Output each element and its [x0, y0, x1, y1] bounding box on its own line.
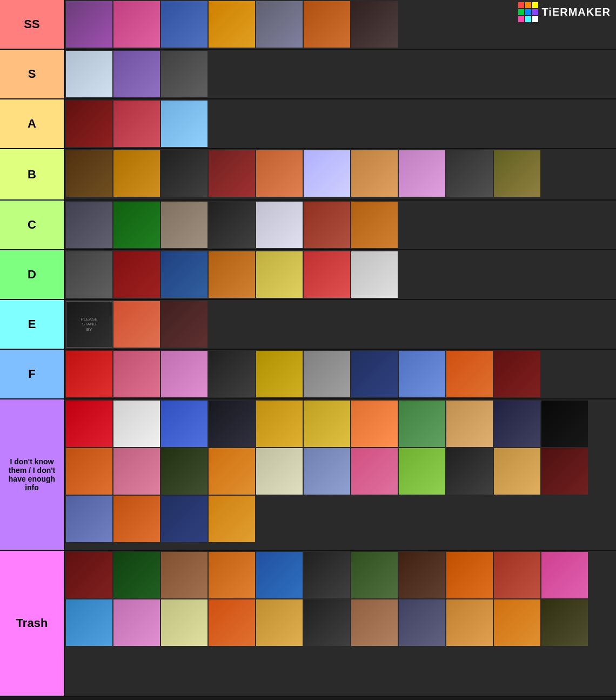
tier-row-e: E PLEASESTANDBY [0, 300, 616, 350]
tier-row-idk: I don't know them / I don't have enough … [0, 399, 616, 551]
tier-content-trash [65, 551, 616, 696]
list-item [351, 448, 398, 495]
tier-content-f [65, 350, 616, 398]
logo-cell-7 [518, 16, 524, 22]
list-item [209, 401, 255, 447]
tier-row-b: B [0, 149, 616, 201]
list-item [113, 202, 160, 248]
tier-label-e: E [0, 300, 65, 349]
tier-row-d: D [0, 250, 616, 300]
list-item [446, 150, 493, 197]
list-item [446, 448, 493, 495]
list-item [304, 251, 350, 298]
list-item [161, 401, 207, 447]
tier-label-idk: I don't know them / I don't have enough … [0, 399, 65, 550]
logo-cell-8 [525, 16, 531, 22]
tier-list-container: SS S A [0, 0, 616, 697]
tier-row-s: S [0, 50, 616, 99]
logo-cell-3 [532, 2, 538, 8]
list-item [113, 51, 160, 97]
list-item [446, 599, 493, 646]
list-item [446, 351, 493, 397]
list-item [161, 101, 207, 147]
tier-content-a [65, 99, 616, 148]
logo-cell-9 [532, 16, 538, 22]
list-item [161, 51, 207, 97]
list-item [113, 150, 160, 197]
list-item [304, 150, 350, 197]
list-item [494, 150, 540, 197]
tier-label-f: F [0, 350, 65, 398]
tier-list: TiERMAKER SS S [0, 0, 616, 697]
list-item [161, 599, 207, 646]
list-item [161, 448, 207, 495]
list-item: PLEASESTANDBY [66, 301, 112, 348]
list-item [66, 448, 112, 495]
list-item [256, 351, 303, 397]
list-item [351, 251, 398, 298]
list-item [113, 251, 160, 298]
tier-content-c [65, 201, 616, 249]
tier-label-s: S [0, 50, 65, 98]
list-item [494, 448, 540, 495]
list-item [113, 101, 160, 147]
list-item [494, 599, 540, 646]
logo-cell-6 [532, 9, 538, 15]
list-item [256, 552, 303, 598]
tier-row-a: A [0, 99, 616, 149]
tier-label-trash: Trash [0, 551, 65, 696]
list-item [113, 301, 160, 348]
logo-cell-5 [525, 9, 531, 15]
tier-row-c: C [0, 201, 616, 250]
list-item [399, 351, 445, 397]
list-item [209, 496, 255, 542]
list-item [66, 101, 112, 147]
logo-cell-4 [518, 9, 524, 15]
list-item [541, 599, 588, 646]
list-item [541, 448, 588, 495]
list-item [351, 599, 398, 646]
list-item [351, 401, 398, 447]
list-item [541, 552, 588, 598]
list-item [66, 401, 112, 447]
list-item [494, 401, 540, 447]
list-item [66, 552, 112, 598]
list-item [399, 448, 445, 495]
tier-label-d: D [0, 250, 65, 299]
list-item [113, 401, 160, 447]
list-item [494, 351, 540, 397]
tier-row-f: F [0, 350, 616, 399]
list-item [399, 599, 445, 646]
list-item [113, 1, 160, 48]
list-item [113, 496, 160, 542]
list-item [256, 448, 303, 495]
tier-content-d [65, 250, 616, 299]
list-item [304, 448, 350, 495]
list-item [113, 351, 160, 397]
list-item [161, 150, 207, 197]
list-item [113, 552, 160, 598]
tier-content-b [65, 149, 616, 199]
list-item [351, 552, 398, 598]
list-item [161, 251, 207, 298]
list-item [351, 351, 398, 397]
tier-content-idk [65, 399, 616, 550]
logo-grid [518, 2, 538, 22]
tier-content-s [65, 50, 616, 98]
tier-row-trash: Trash [0, 551, 616, 697]
logo-cell-1 [518, 2, 524, 8]
list-item [209, 150, 255, 197]
list-item [113, 448, 160, 495]
list-item [494, 552, 540, 598]
list-item [351, 202, 398, 248]
list-item [161, 351, 207, 397]
list-item [209, 1, 255, 48]
list-item [304, 351, 350, 397]
list-item [209, 599, 255, 646]
tier-label-b: B [0, 149, 65, 199]
list-item [209, 251, 255, 298]
list-item [209, 202, 255, 248]
tier-label-c: C [0, 201, 65, 249]
list-item [161, 552, 207, 598]
list-item [66, 599, 112, 646]
